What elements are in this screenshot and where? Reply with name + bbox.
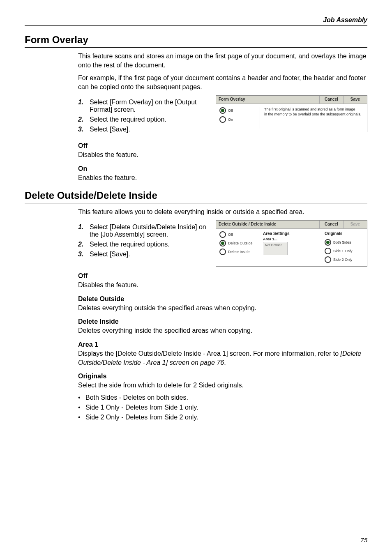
subhead-delete-outside: Delete Outside — [78, 295, 367, 303]
radio-icon — [325, 256, 331, 263]
radio-label: Off — [228, 108, 233, 113]
step-text: Select [Form Overlay] on the [Output For… — [90, 99, 210, 113]
radio-icon — [219, 249, 226, 255]
radio-label: Delete Outside — [228, 241, 253, 245]
text-originals: Select the side from which to delete for… — [78, 381, 367, 390]
radio-off[interactable]: Off — [219, 231, 261, 238]
text-on: Enables the feature. — [78, 173, 367, 182]
panel-title: Delete Outside / Delete Inside — [216, 221, 319, 228]
radio-label: On — [228, 117, 233, 122]
radio-off[interactable]: Off — [219, 107, 256, 114]
subhead-on: On — [78, 165, 367, 173]
originals-header: Originals — [325, 231, 364, 236]
text-off: Disables the feature. — [78, 150, 367, 159]
radio-delete-inside[interactable]: Delete Inside — [219, 249, 261, 255]
para-form-overlay-1: This feature scans and stores an image o… — [78, 52, 367, 69]
text-area-1: Displays the [Delete Outside/Delete Insi… — [78, 349, 367, 367]
radio-side-1-only[interactable]: Side 1 Only — [325, 248, 364, 254]
subhead-originals: Originals — [78, 373, 367, 380]
step-text: Select [Save]. — [90, 251, 130, 258]
bullet-both-sides: Both Sides - Deletes on both sides. — [78, 394, 367, 401]
radio-icon — [219, 240, 226, 246]
steps-delete: 1.Select [Delete Outside/Delete Inside] … — [78, 223, 210, 258]
text-off-2: Disables the feature. — [78, 281, 367, 290]
cancel-button[interactable]: Cancel — [319, 96, 343, 104]
radio-icon — [219, 107, 226, 114]
step-text: Select [Delete Outside/Delete Inside] on… — [90, 223, 210, 238]
panel-form-overlay: Form Overlay Cancel Save Off On — [216, 95, 367, 132]
para-delete-1: This feature allows you to delete everyt… — [78, 207, 367, 216]
subhead-off: Off — [78, 142, 367, 150]
radio-label: Off — [228, 233, 233, 237]
radio-icon — [219, 231, 226, 238]
text-delete-outside: Deletes everything outside the specified… — [78, 304, 367, 313]
step-text: Select the required option. — [90, 116, 166, 123]
panel-title: Form Overlay — [216, 96, 319, 104]
panel-description: The first original is scanned and stored… — [260, 107, 364, 129]
radio-delete-outside[interactable]: Delete Outside — [219, 240, 261, 246]
radio-label: Side 2 Only — [333, 258, 353, 262]
step-text: Select [Save]. — [90, 126, 130, 133]
subhead-off-2: Off — [78, 272, 367, 280]
section-title-form-overlay: Form Overlay — [25, 34, 367, 48]
radio-both-sides[interactable]: Both Sides — [325, 239, 364, 246]
radio-label: Both Sides — [333, 240, 351, 244]
radio-icon — [325, 248, 331, 254]
bullet-side-1: Side 1 Only - Deletes from Side 1 only. — [78, 404, 367, 411]
area-1-button[interactable]: Not Defined — [263, 242, 288, 255]
subhead-delete-inside: Delete Inside — [78, 318, 367, 325]
running-header: Job Assembly — [25, 16, 367, 26]
area-settings-header: Area Settings — [263, 231, 325, 236]
panel-delete: Delete Outside / Delete Inside Cancel Sa… — [216, 220, 367, 267]
section-title-delete: Delete Outside/Delete Inside — [25, 190, 367, 203]
step-text: Select the required options. — [90, 241, 170, 248]
page-number: 75 — [25, 535, 367, 543]
bullet-side-2: Side 2 Only - Deletes from Side 2 only. — [78, 414, 367, 421]
radio-on[interactable]: On — [219, 116, 256, 123]
save-button[interactable]: Save — [343, 221, 367, 228]
area-label: Area 1... — [263, 237, 325, 241]
radio-icon — [325, 239, 331, 246]
radio-label: Delete Inside — [228, 250, 250, 254]
subhead-area-1: Area 1 — [78, 341, 367, 348]
radio-icon — [219, 116, 226, 123]
para-form-overlay-2: For example, if the first page of your d… — [78, 74, 367, 91]
radio-side-2-only[interactable]: Side 2 Only — [325, 256, 364, 263]
cancel-button[interactable]: Cancel — [319, 221, 343, 228]
steps-form-overlay: 1.Select [Form Overlay] on the [Output F… — [78, 99, 210, 133]
originals-bullets: Both Sides - Deletes on both sides. Side… — [78, 394, 367, 421]
radio-label: Side 1 Only — [333, 249, 353, 253]
text-delete-inside: Deletes everything inside the specified … — [78, 326, 367, 335]
save-button[interactable]: Save — [343, 96, 367, 104]
